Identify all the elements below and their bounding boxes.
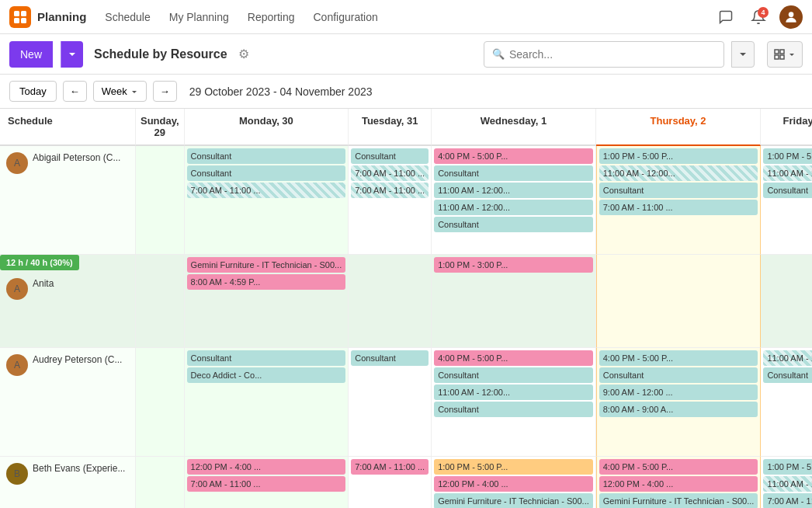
day-abigail-mon[interactable]: Consultant Consultant 7:00 AM - 11:00 ..…: [185, 146, 349, 255]
calendar-container: Schedule Sunday, 29 Monday, 30 Tuesday, …: [0, 109, 812, 508]
svg-rect-6: [780, 50, 784, 54]
user-avatar[interactable]: [779, 5, 803, 29]
nav-reporting[interactable]: Reporting: [241, 8, 301, 26]
event-chip[interactable]: Consultant: [599, 183, 758, 198]
day-abigail-tue[interactable]: Consultant 7:00 AM - 11:00 ... 7:00 AM -…: [349, 146, 432, 255]
chat-icon-btn[interactable]: [714, 5, 737, 29]
next-button[interactable]: →: [153, 81, 177, 102]
activity-icon-btn[interactable]: 4: [747, 5, 770, 29]
event-chip[interactable]: Gemini Furniture - IT Technician - S00..…: [434, 493, 593, 508]
day-abigail-wed[interactable]: 4:00 PM - 5:00 P... Consultant 11:00 AM …: [432, 146, 596, 255]
week-button[interactable]: Week: [93, 81, 147, 102]
col-header-wed: Wednesday, 1: [432, 109, 596, 146]
day-abigail-thu[interactable]: 1:00 PM - 5:00 P... 11:00 AM - 12:00... …: [596, 146, 762, 255]
top-nav: Planning Schedule My Planning Reporting …: [0, 0, 812, 34]
nav-schedule[interactable]: Schedule: [99, 8, 156, 26]
date-range: 29 October 2023 - 04 November 2023: [189, 85, 373, 98]
nav-my-planning[interactable]: My Planning: [163, 8, 235, 26]
event-chip[interactable]: 12:00 PM - 4:00 ...: [434, 476, 593, 492]
search-filter-button[interactable]: [731, 41, 755, 68]
event-chip[interactable]: 7:00 AM - 11:00 ...: [351, 459, 429, 475]
page-title: Schedule by Resource: [94, 47, 227, 61]
day-audrey-sun[interactable]: [136, 348, 185, 457]
resource-audrey: A Audrey Peterson (C...: [0, 348, 136, 457]
event-chip[interactable]: 7:00 AM - 11:00 ...: [187, 183, 346, 198]
event-chip[interactable]: Consultant: [187, 148, 346, 164]
event-chip[interactable]: 7:00 AM - 11:00 ...: [351, 165, 429, 181]
event-chip[interactable]: 4:00 PM - 5:00 P...: [434, 350, 593, 366]
view-toggle-button[interactable]: [767, 41, 803, 68]
event-chip[interactable]: 11:00 AM - 12:00...: [434, 200, 593, 215]
event-chip[interactable]: 7:00 AM - 11:00 ...: [599, 200, 758, 215]
day-audrey-wed[interactable]: 4:00 PM - 5:00 P... Consultant 11:00 AM …: [432, 348, 596, 457]
app-logo: [9, 6, 31, 28]
day-anita-thu[interactable]: [596, 255, 762, 348]
event-chip[interactable]: Consultant: [351, 350, 429, 366]
today-button[interactable]: Today: [9, 81, 57, 102]
event-chip[interactable]: Consultant: [434, 402, 593, 417]
event-chip[interactable]: 11:00 AM - 12:00...: [434, 384, 593, 400]
new-button[interactable]: New: [9, 41, 53, 68]
day-anita-wed[interactable]: 1:00 PM - 3:00 P...: [432, 255, 596, 348]
event-chip[interactable]: 12:00 PM - 4:00 ...: [187, 459, 346, 475]
event-chip[interactable]: 1:00 PM - 3:00 P...: [434, 257, 593, 273]
event-chip[interactable]: 7:00 AM - 11:00 ...: [763, 493, 812, 508]
event-chip[interactable]: Consultant: [434, 165, 593, 181]
event-chip[interactable]: Gemini Furniture - IT Technician - S00..…: [599, 493, 758, 508]
search-input[interactable]: [509, 48, 716, 61]
event-chip[interactable]: 11:00 AM - 12:00...: [434, 183, 593, 198]
event-chip[interactable]: 1:00 PM - 5:00 P...: [434, 459, 593, 475]
event-chip[interactable]: Gemini Furniture - IT Technician - S00..…: [187, 257, 346, 273]
day-abigail-fri[interactable]: 1:00 PM - 5:00 P... 11:00 AM - 12:00... …: [761, 146, 812, 255]
event-chip[interactable]: 11:00 AM - 12:00...: [599, 165, 758, 181]
event-chip[interactable]: Consultant: [434, 217, 593, 232]
resource-abigail: A Abigail Peterson (C...: [0, 146, 136, 255]
event-chip[interactable]: Consultant: [763, 367, 812, 383]
event-chip[interactable]: Deco Addict - Co...: [187, 367, 346, 383]
event-chip[interactable]: Consultant: [351, 148, 429, 164]
day-beth-thu[interactable]: 4:00 PM - 5:00 P... 12:00 PM - 4:00 ... …: [596, 457, 762, 508]
settings-icon[interactable]: ⚙: [238, 47, 249, 61]
day-audrey-mon[interactable]: Consultant Deco Addict - Co...: [185, 348, 349, 457]
day-anita-mon[interactable]: Gemini Furniture - IT Technician - S00..…: [185, 255, 349, 348]
day-beth-fri[interactable]: 1:00 PM - 5:00 P... 11:00 AM - 12:00... …: [761, 457, 812, 508]
event-chip[interactable]: Consultant: [187, 165, 346, 181]
avatar-audrey: A: [6, 354, 28, 376]
event-chip[interactable]: 8:00 AM - 4:59 P...: [187, 274, 346, 290]
event-chip[interactable]: Consultant: [763, 183, 812, 198]
day-beth-mon[interactable]: 12:00 PM - 4:00 ... 7:00 AM - 11:00 ...: [185, 457, 349, 508]
day-audrey-fri[interactable]: 11:00 AM - 12:00... Consultant: [761, 348, 812, 457]
resource-name-abigail: Abigail Peterson (C...: [33, 152, 120, 165]
event-chip[interactable]: 8:00 AM - 9:00 A...: [599, 402, 758, 417]
resource-anita: 12 h / 40 h (30%) A Anita: [0, 255, 136, 348]
day-beth-tue[interactable]: 7:00 AM - 11:00 ...: [349, 457, 432, 508]
prev-button[interactable]: ←: [63, 81, 87, 102]
event-chip[interactable]: 1:00 PM - 5:00 P...: [763, 459, 812, 475]
day-anita-fri[interactable]: [761, 255, 812, 348]
event-chip[interactable]: 11:00 AM - 12:00...: [763, 476, 812, 492]
event-chip[interactable]: Consultant: [434, 367, 593, 383]
event-chip[interactable]: 1:00 PM - 5:00 P...: [599, 148, 758, 164]
day-audrey-tue[interactable]: Consultant: [349, 348, 432, 457]
event-chip[interactable]: 7:00 AM - 11:00 ...: [187, 476, 346, 492]
event-chip[interactable]: 4:00 PM - 5:00 P...: [599, 350, 758, 366]
event-chip[interactable]: 12:00 PM - 4:00 ...: [599, 476, 758, 492]
event-chip[interactable]: 7:00 AM - 11:00 ...: [351, 183, 429, 198]
event-chip[interactable]: Consultant: [599, 367, 758, 383]
day-anita-tue[interactable]: [349, 255, 432, 348]
event-chip[interactable]: 9:00 AM - 12:00 ...: [599, 384, 758, 400]
day-audrey-thu[interactable]: 4:00 PM - 5:00 P... Consultant 9:00 AM -…: [596, 348, 762, 457]
event-chip[interactable]: 4:00 PM - 5:00 P...: [434, 148, 593, 164]
day-anita-sun[interactable]: [136, 255, 185, 348]
col-header-sun: Sunday, 29: [136, 109, 185, 146]
event-chip[interactable]: 1:00 PM - 5:00 P...: [763, 148, 812, 164]
day-beth-sun[interactable]: [136, 457, 185, 508]
event-chip[interactable]: 11:00 AM - 12:00...: [763, 350, 812, 366]
nav-configuration[interactable]: Configuration: [307, 8, 383, 26]
day-abigail-sun[interactable]: [136, 146, 185, 255]
event-chip[interactable]: 4:00 PM - 5:00 P...: [599, 459, 758, 475]
event-chip[interactable]: Consultant: [187, 350, 346, 366]
event-chip[interactable]: 11:00 AM - 12:00...: [763, 165, 812, 181]
new-dropdown-button[interactable]: [61, 41, 83, 68]
day-beth-wed[interactable]: 1:00 PM - 5:00 P... 12:00 PM - 4:00 ... …: [432, 457, 596, 508]
